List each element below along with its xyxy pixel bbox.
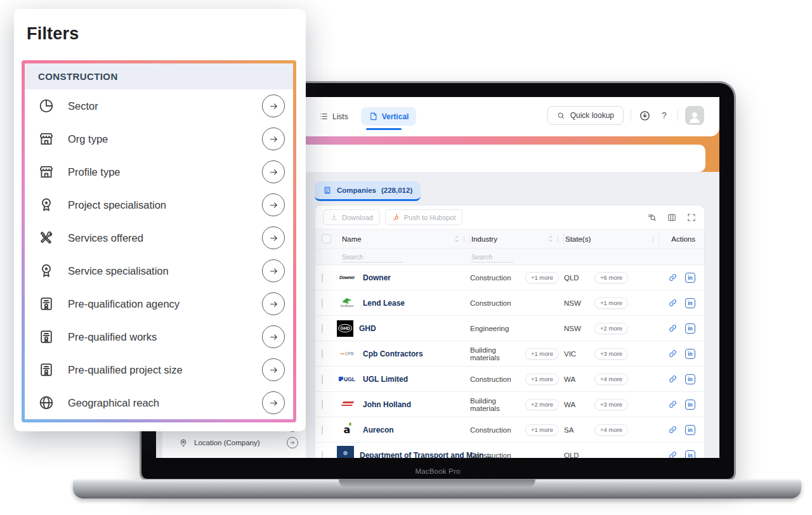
website-link-icon[interactable] — [668, 374, 678, 384]
table-row[interactable]: GHD GHD Engineering NSW+2 more in — [315, 316, 704, 341]
industry-search-input[interactable] — [471, 252, 513, 263]
website-link-icon[interactable] — [668, 425, 678, 434]
table-row[interactable]: CPB Cpb Contractors Building materials+1… — [315, 341, 704, 367]
website-link-icon[interactable] — [668, 323, 678, 333]
website-link-icon[interactable] — [668, 349, 678, 358]
filter-item-sector[interactable]: Sector — [25, 89, 293, 122]
website-link-icon[interactable] — [668, 298, 678, 308]
table-row[interactable]: Downer Downer Construction+1 more QLD+6 … — [315, 265, 704, 290]
sidebar-item-location[interactable]: Location (Company) — [162, 434, 306, 451]
arrow-right-button[interactable] — [262, 193, 285, 216]
column-menu-icon[interactable] — [463, 235, 465, 243]
filter-item-prequalified-works[interactable]: Pre-qualified works — [25, 320, 293, 353]
arrow-right-button[interactable] — [262, 292, 285, 315]
arrow-right-button[interactable] — [262, 391, 285, 414]
download-button[interactable]: Download — [323, 209, 380, 225]
state-more-pill[interactable]: +2 more — [594, 323, 628, 334]
state-more-pill[interactable]: +4 more — [594, 374, 628, 385]
search-icon — [557, 112, 565, 120]
company-name-link[interactable]: Downer — [363, 273, 391, 282]
table-row[interactable]: a Aurecon Construction+1 more SA+4 more … — [315, 417, 704, 443]
columns-icon[interactable] — [667, 212, 677, 223]
arrow-right-button[interactable] — [262, 325, 285, 348]
tab-companies[interactable]: Companies (228,012) — [315, 181, 421, 201]
row-checkbox[interactable] — [322, 324, 323, 333]
linkedin-icon[interactable]: in — [685, 425, 695, 435]
filter-item-geographical-reach[interactable]: Geographical reach — [25, 386, 293, 419]
expand-icon[interactable] — [686, 212, 697, 223]
filter-item-service-specialisation[interactable]: Service specialisation — [25, 254, 293, 287]
company-name-link[interactable]: Aurecon — [363, 426, 394, 434]
industry-more-pill[interactable]: +1 more — [525, 272, 559, 284]
linkedin-icon[interactable]: in — [685, 374, 695, 384]
construction-filter-group: CONSTRUCTION Sector Org type — [22, 60, 296, 422]
avatar[interactable] — [685, 106, 704, 125]
filter-item-project-specialisation[interactable]: Project specialisation — [25, 188, 293, 221]
hubspot-icon — [392, 213, 400, 221]
state-more-pill[interactable]: +4 more — [594, 424, 628, 436]
macbook-label: MacBook Pro — [141, 467, 734, 475]
arrow-right-button[interactable] — [262, 160, 285, 183]
row-checkbox[interactable] — [322, 400, 323, 409]
company-name-link[interactable]: Lend Lease — [363, 299, 405, 308]
industry-more-pill[interactable]: +1 more — [525, 424, 559, 436]
download-circle-icon[interactable] — [638, 109, 651, 122]
website-link-icon[interactable] — [668, 400, 678, 409]
state-value: QLD — [564, 274, 592, 282]
column-menu-icon[interactable] — [652, 235, 654, 243]
table-row[interactable]: John Holland Building materials+2 more W… — [315, 392, 704, 417]
state-more-pill[interactable]: +1 more — [594, 297, 628, 309]
arrow-right-button[interactable] — [262, 358, 285, 381]
filter-item-prequalification-agency[interactable]: Pre-qualification agency — [25, 287, 293, 320]
row-checkbox[interactable] — [322, 299, 323, 308]
sort-icon[interactable] — [454, 235, 459, 242]
nav-item-lists[interactable]: Lists — [319, 112, 348, 121]
table-search-icon[interactable] — [647, 212, 657, 223]
industry-more-pill[interactable]: +2 more — [525, 399, 559, 410]
website-link-icon[interactable] — [668, 450, 678, 458]
row-checkbox[interactable] — [322, 273, 323, 282]
arrow-right-button[interactable] — [262, 226, 285, 249]
linkedin-icon[interactable]: in — [685, 400, 695, 410]
linkedin-icon[interactable]: in — [685, 450, 695, 459]
linkedin-icon[interactable]: in — [685, 273, 695, 283]
companies-tab-count: (228,012) — [381, 186, 412, 194]
arrow-right-button[interactable] — [262, 259, 285, 282]
filter-item-profile-type[interactable]: Profile type — [25, 155, 293, 188]
company-name-link[interactable]: UGL Limited — [363, 375, 408, 384]
arrow-right-button[interactable] — [262, 95, 285, 117]
row-checkbox[interactable] — [322, 349, 323, 358]
linkedin-icon[interactable]: in — [685, 349, 695, 359]
linkedin-icon[interactable]: in — [685, 298, 695, 308]
row-checkbox[interactable] — [322, 426, 323, 434]
company-name-link[interactable]: Cpb Contractors — [363, 349, 423, 358]
company-name-link[interactable]: GHD — [359, 324, 376, 333]
help-icon[interactable]: ? — [658, 109, 671, 122]
arrow-right-button[interactable] — [262, 127, 285, 150]
nav-tab-vertical[interactable]: Vertical — [361, 107, 417, 126]
industry-more-pill[interactable]: +1 more — [525, 374, 559, 385]
table-filter-row — [315, 249, 704, 265]
sort-icon[interactable] — [548, 235, 553, 242]
push-to-hubspot-button[interactable]: Push to Hubspot — [385, 209, 462, 225]
arrow-right-icon[interactable] — [287, 437, 298, 448]
state-more-pill[interactable]: +3 more — [594, 399, 628, 410]
column-menu-icon[interactable] — [557, 235, 559, 243]
table-row[interactable]: Department of Transport and Main ... Con… — [315, 443, 704, 458]
filter-item-org-type[interactable]: Org type — [25, 122, 293, 155]
row-checkbox[interactable] — [322, 375, 323, 384]
industry-more-pill[interactable]: +1 more — [525, 348, 559, 360]
row-checkbox[interactable] — [322, 451, 323, 459]
quick-lookup-button[interactable]: Quick lookup — [547, 106, 624, 125]
website-link-icon[interactable] — [668, 273, 678, 282]
company-name-link[interactable]: John Holland — [363, 400, 411, 409]
filter-item-services-offered[interactable]: Services offered — [25, 221, 293, 254]
linkedin-icon[interactable]: in — [685, 323, 695, 334]
table-row[interactable]: lendlease Lend Lease Construction NSW+1 … — [315, 290, 704, 316]
select-all-checkbox[interactable] — [322, 234, 331, 244]
state-more-pill[interactable]: +6 more — [594, 272, 628, 284]
state-more-pill[interactable]: +3 more — [594, 348, 628, 360]
table-row[interactable]: UGL UGL Limited Construction+1 more WA+4… — [315, 367, 704, 392]
name-search-input[interactable] — [342, 252, 403, 263]
filter-item-prequalified-project-size[interactable]: Pre-qualified project size — [25, 353, 293, 386]
